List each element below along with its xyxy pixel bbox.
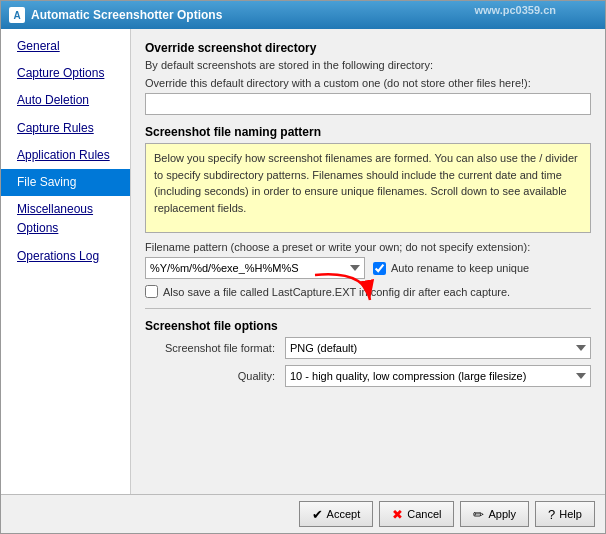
accept-icon: ✔ bbox=[312, 507, 323, 522]
sidebar: General Capture Options Auto Deletion Ca… bbox=[1, 29, 131, 494]
watermark: www.pc0359.cn bbox=[474, 4, 556, 16]
format-label: Screenshot file format: bbox=[145, 342, 275, 354]
apply-label: Apply bbox=[488, 508, 516, 520]
sidebar-item-file-saving[interactable]: File Saving bbox=[1, 169, 130, 196]
pattern-row: %Y/%m/%d/%exe_%H%M%S Auto rename to keep… bbox=[145, 257, 591, 279]
format-dropdown[interactable]: PNG (default) bbox=[285, 337, 591, 359]
sidebar-item-general[interactable]: General bbox=[1, 33, 130, 60]
divider bbox=[145, 308, 591, 309]
file-options-section: Screenshot file options Screenshot file … bbox=[145, 319, 591, 387]
auto-rename-label: Auto rename to keep unique bbox=[391, 262, 529, 274]
pattern-label: Filename pattern (choose a preset or wri… bbox=[145, 241, 591, 253]
help-button[interactable]: ? Help bbox=[535, 501, 595, 527]
cancel-label: Cancel bbox=[407, 508, 441, 520]
pattern-area: %Y/%m/%d/%exe_%H%M%S Auto rename to keep… bbox=[145, 257, 591, 279]
sidebar-item-capture-rules[interactable]: Capture Rules bbox=[1, 115, 130, 142]
bottom-bar: ✔ Accept ✖ Cancel ✏ Apply ? Help bbox=[1, 494, 605, 533]
window-title: Automatic Screenshotter Options bbox=[31, 8, 222, 22]
file-options-title: Screenshot file options bbox=[145, 319, 591, 333]
info-box: Below you specify how screenshot filenam… bbox=[145, 143, 591, 233]
main-content: Override screenshot directory By default… bbox=[131, 29, 605, 494]
quality-dropdown[interactable]: 10 - high quality, low compression (larg… bbox=[285, 365, 591, 387]
last-capture-label: Also save a file called LastCapture.EXT … bbox=[163, 286, 510, 298]
help-label: Help bbox=[559, 508, 582, 520]
format-row: Screenshot file format: PNG (default) bbox=[145, 337, 591, 359]
cancel-icon: ✖ bbox=[392, 507, 403, 522]
accept-button[interactable]: ✔ Accept bbox=[299, 501, 374, 527]
apply-icon: ✏ bbox=[473, 507, 484, 522]
auto-rename-checkbox[interactable] bbox=[373, 262, 386, 275]
naming-title: Screenshot file naming pattern bbox=[145, 125, 591, 139]
accept-label: Accept bbox=[327, 508, 361, 520]
pattern-dropdown[interactable]: %Y/%m/%d/%exe_%H%M%S bbox=[145, 257, 365, 279]
quality-label: Quality: bbox=[145, 370, 275, 382]
override-section: Override screenshot directory By default… bbox=[145, 41, 591, 125]
info-text: Below you specify how screenshot filenam… bbox=[154, 152, 578, 214]
auto-rename-row: Auto rename to keep unique bbox=[373, 262, 529, 275]
main-window: A Automatic Screenshotter Options www.pc… bbox=[0, 0, 606, 534]
override-title: Override screenshot directory bbox=[145, 41, 591, 55]
apply-button[interactable]: ✏ Apply bbox=[460, 501, 529, 527]
sidebar-item-auto-deletion[interactable]: Auto Deletion bbox=[1, 87, 130, 114]
help-icon: ? bbox=[548, 507, 555, 522]
sidebar-item-application-rules[interactable]: Application Rules bbox=[1, 142, 130, 169]
last-capture-row: Also save a file called LastCapture.EXT … bbox=[145, 285, 591, 298]
cancel-button[interactable]: ✖ Cancel bbox=[379, 501, 454, 527]
last-capture-checkbox[interactable] bbox=[145, 285, 158, 298]
quality-row: Quality: 10 - high quality, low compress… bbox=[145, 365, 591, 387]
sidebar-item-operations-log[interactable]: Operations Log bbox=[1, 243, 130, 270]
naming-section: Screenshot file naming pattern Below you… bbox=[145, 125, 591, 298]
override-subtitle: By default screenshots are stored in the… bbox=[145, 59, 591, 71]
override-directory-input[interactable] bbox=[145, 93, 591, 115]
sidebar-item-miscellaneous[interactable]: Miscellaneous Options bbox=[1, 196, 130, 242]
title-bar: A Automatic Screenshotter Options www.pc… bbox=[1, 1, 605, 29]
sidebar-item-capture-options[interactable]: Capture Options bbox=[1, 60, 130, 87]
content-area: General Capture Options Auto Deletion Ca… bbox=[1, 29, 605, 494]
override-label: Override this default directory with a c… bbox=[145, 77, 591, 89]
app-icon: A bbox=[9, 7, 25, 23]
